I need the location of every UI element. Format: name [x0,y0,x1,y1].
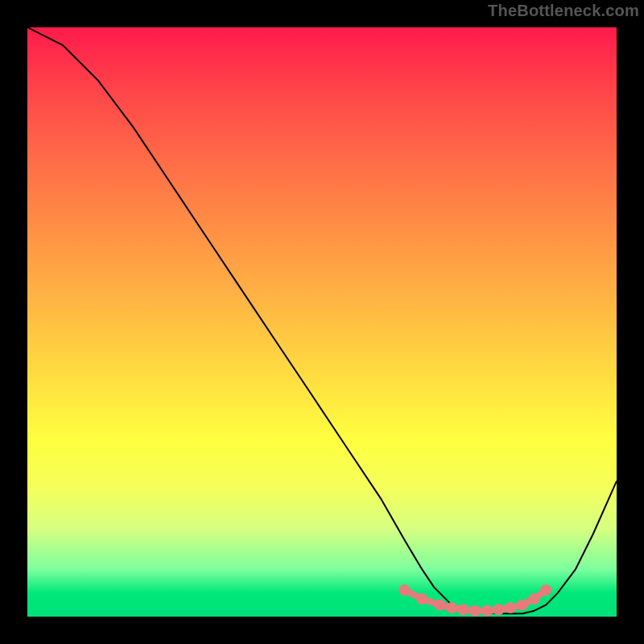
chart-frame: TheBottleneck.com [0,0,644,644]
optimal-marker-dot [493,604,505,615]
optimal-marker-dot [517,599,528,610]
optimal-marker-dot [529,593,540,605]
attribution-text: TheBottleneck.com [488,2,639,20]
optimal-marker-dot [481,605,493,617]
optimal-marker-dot [446,602,457,613]
optimal-marker-dot [399,584,411,596]
optimal-marker-dot [469,605,481,617]
optimal-marker-dot [416,593,427,605]
chart-overlay-svg [27,27,617,617]
optimal-marker-dot [434,599,445,610]
optimal-marker-dot [505,602,516,613]
optimal-marker-dot [540,584,551,596]
chart-plot-area [27,27,617,617]
bottleneck-curve [27,27,617,613]
optimal-marker-dot [458,604,469,615]
